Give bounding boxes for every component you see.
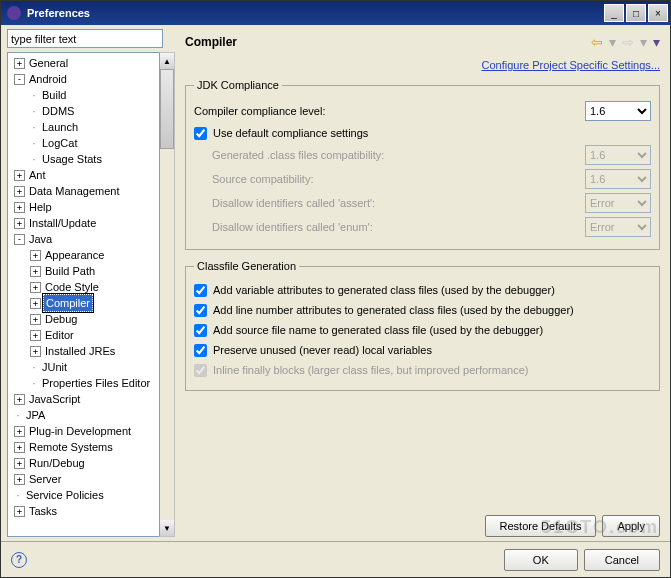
expand-icon[interactable]: +	[30, 266, 41, 277]
tree-item[interactable]: ·DDMS	[8, 103, 159, 119]
minimize-button[interactable]: _	[604, 4, 624, 22]
maximize-button[interactable]: □	[626, 4, 646, 22]
tree-item[interactable]: +General	[8, 55, 159, 71]
tree-item[interactable]: +Plug-in Development	[8, 423, 159, 439]
expand-icon[interactable]: +	[14, 394, 25, 405]
leaf-icon: ·	[30, 103, 38, 119]
ok-button[interactable]: OK	[504, 549, 578, 571]
filter-input[interactable]	[7, 29, 163, 48]
tree-item[interactable]: ·LogCat	[8, 135, 159, 151]
tree-item[interactable]: +Code Style	[8, 279, 159, 295]
tree-item[interactable]: +Ant	[8, 167, 159, 183]
tree-item[interactable]: -Android	[8, 71, 159, 87]
tree-item[interactable]: +Remote Systems	[8, 439, 159, 455]
expand-icon[interactable]: +	[14, 186, 25, 197]
expand-icon[interactable]: +	[14, 170, 25, 181]
tree-item[interactable]: +Data Management	[8, 183, 159, 199]
tree-item[interactable]: +Debug	[8, 311, 159, 327]
help-icon[interactable]: ?	[11, 552, 27, 568]
expand-icon[interactable]: +	[14, 458, 25, 469]
disallow-assert-select: Error	[585, 193, 651, 213]
tree-item-label: Launch	[40, 119, 80, 135]
leaf-icon: ·	[30, 359, 38, 375]
back-icon[interactable]: ⇦	[591, 34, 603, 50]
add-source-file-checkbox[interactable]	[194, 324, 207, 337]
expand-icon[interactable]: +	[14, 442, 25, 453]
tree-item[interactable]: ·Service Policies	[8, 487, 159, 503]
use-default-checkbox[interactable]	[194, 127, 207, 140]
tree-item-label: Help	[27, 199, 54, 215]
tree-item-label: Remote Systems	[27, 439, 115, 455]
tree-item-label: Install/Update	[27, 215, 98, 231]
disallow-enum-select: Error	[585, 217, 651, 237]
expand-icon[interactable]: +	[14, 202, 25, 213]
tree-item[interactable]: ·Properties Files Editor	[8, 375, 159, 391]
expand-icon[interactable]: +	[30, 282, 41, 293]
expand-icon[interactable]: +	[14, 474, 25, 485]
tree-item-label: Run/Debug	[27, 455, 87, 471]
expand-icon[interactable]: +	[30, 346, 41, 357]
forward-icon[interactable]: ⇨	[622, 34, 634, 50]
tree-item-label: Ant	[27, 167, 48, 183]
collapse-icon[interactable]: -	[14, 234, 25, 245]
apply-button[interactable]: Apply	[602, 515, 660, 537]
expand-icon[interactable]: +	[30, 314, 41, 325]
tree-item[interactable]: +Build Path	[8, 263, 159, 279]
expand-icon[interactable]: +	[30, 298, 41, 309]
tree-item[interactable]: ·Launch	[8, 119, 159, 135]
tree-item[interactable]: +Run/Debug	[8, 455, 159, 471]
tree-scrollbar[interactable]: ▲ ▼	[159, 52, 175, 537]
tree-item-label: JUnit	[40, 359, 69, 375]
expand-icon[interactable]: +	[14, 58, 25, 69]
left-panel: +General-Android·Build·DDMS·Launch·LogCa…	[1, 25, 175, 541]
tree-item-label: Build	[40, 87, 68, 103]
tree-item[interactable]: +Install/Update	[8, 215, 159, 231]
tree-item-label: Data Management	[27, 183, 122, 199]
page-title: Compiler	[185, 35, 591, 49]
compliance-level-label: Compiler compliance level:	[194, 105, 585, 117]
add-var-attr-checkbox[interactable]	[194, 284, 207, 297]
tree-item[interactable]: ·JUnit	[8, 359, 159, 375]
compliance-level-select[interactable]: 1.6	[585, 101, 651, 121]
disallow-assert-label: Disallow identifiers called 'assert':	[212, 197, 585, 209]
scroll-up-icon[interactable]: ▲	[160, 53, 174, 69]
expand-icon[interactable]: +	[30, 330, 41, 341]
view-menu-icon[interactable]: ▾	[653, 34, 660, 50]
scroll-down-icon[interactable]: ▼	[160, 520, 174, 536]
restore-defaults-button[interactable]: Restore Defaults	[485, 515, 597, 537]
tree-item[interactable]: +Tasks	[8, 503, 159, 519]
tree-item[interactable]: -Java	[8, 231, 159, 247]
forward-menu-icon[interactable]: ▾	[640, 34, 647, 50]
collapse-icon[interactable]: -	[14, 74, 25, 85]
tree-item[interactable]: +Help	[8, 199, 159, 215]
tree-item[interactable]: +Appearance	[8, 247, 159, 263]
tree-item[interactable]: ·Usage Stats	[8, 151, 159, 167]
tree-item[interactable]: +Compiler	[8, 295, 159, 311]
leaf-icon: ·	[30, 87, 38, 103]
tree-item-label: Build Path	[43, 263, 97, 279]
leaf-icon: ·	[30, 119, 38, 135]
close-button[interactable]: ×	[648, 4, 668, 22]
preferences-tree[interactable]: +General-Android·Build·DDMS·Launch·LogCa…	[7, 52, 159, 537]
expand-icon[interactable]: +	[14, 218, 25, 229]
title-bar: Preferences _ □ ×	[1, 1, 670, 25]
back-menu-icon[interactable]: ▾	[609, 34, 616, 50]
tree-item[interactable]: +Editor	[8, 327, 159, 343]
add-line-num-checkbox[interactable]	[194, 304, 207, 317]
tree-item[interactable]: +Server	[8, 471, 159, 487]
tree-item-label: Debug	[43, 311, 79, 327]
leaf-icon: ·	[14, 487, 22, 503]
scroll-thumb[interactable]	[160, 69, 174, 149]
tree-item[interactable]: ·Build	[8, 87, 159, 103]
preserve-unused-checkbox[interactable]	[194, 344, 207, 357]
project-settings-link[interactable]: Configure Project Specific Settings...	[481, 59, 660, 71]
tree-item[interactable]: ·JPA	[8, 407, 159, 423]
expand-icon[interactable]: +	[30, 250, 41, 261]
tree-item[interactable]: +JavaScript	[8, 391, 159, 407]
tree-item[interactable]: +Installed JREs	[8, 343, 159, 359]
tree-item-label: DDMS	[40, 103, 76, 119]
expand-icon[interactable]: +	[14, 426, 25, 437]
cancel-button[interactable]: Cancel	[584, 549, 660, 571]
expand-icon[interactable]: +	[14, 506, 25, 517]
tree-item-label: Tasks	[27, 503, 59, 519]
